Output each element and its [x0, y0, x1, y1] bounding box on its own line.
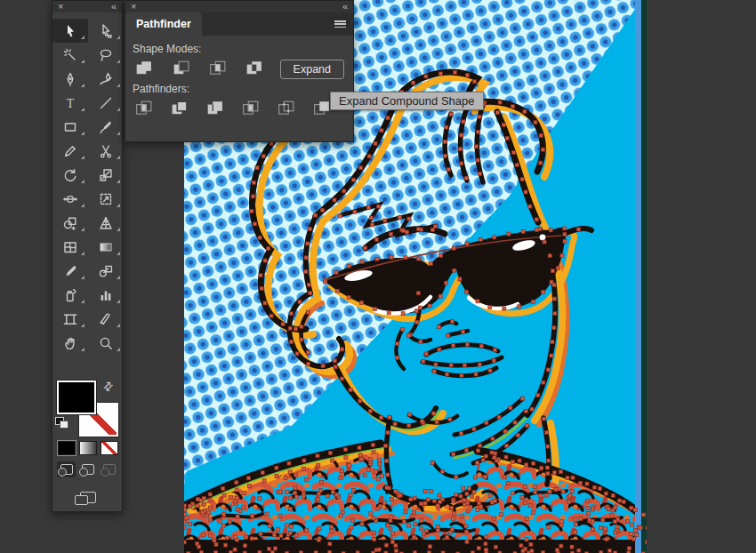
- swap-fill-stroke-icon[interactable]: ⇄: [100, 378, 116, 394]
- free-transform-tool[interactable]: [88, 187, 124, 211]
- default-fill-stroke-icon[interactable]: [55, 417, 68, 429]
- pathfinder-trim-button[interactable]: [168, 100, 189, 119]
- direct-selection-tool[interactable]: [88, 19, 124, 43]
- eyedropper-tool[interactable]: [52, 259, 88, 283]
- unite-icon: [135, 60, 152, 79]
- draw-behind-button[interactable]: [78, 461, 97, 477]
- shape-mode-exclude-button[interactable]: [243, 60, 265, 79]
- column-graph-tool[interactable]: [88, 283, 124, 307]
- curvature-tool-icon: [98, 71, 114, 87]
- pathfinder-body: Shape Modes: Expand Pathfinders:: [125, 36, 353, 119]
- rectangle-tool-icon: [62, 119, 78, 135]
- tools-panel-header: × «: [52, 1, 122, 12]
- symbol-sprayer-tool-icon: [62, 287, 78, 303]
- magic-wand-tool-icon: [62, 47, 78, 63]
- width-tool[interactable]: [52, 187, 88, 211]
- artboard-tool-icon: [62, 311, 78, 327]
- pathfinder-panel: × « Pathfinder Shape Modes: Expand Pathf…: [125, 0, 354, 142]
- svg-text:T: T: [67, 97, 75, 110]
- tooltip-text: Expand Compound Shape: [339, 94, 475, 108]
- shape-builder-tool[interactable]: [52, 211, 88, 235]
- gradient-tool-icon: [98, 239, 114, 255]
- free-transform-tool-icon: [98, 191, 114, 207]
- symbol-sprayer-tool[interactable]: [52, 283, 88, 307]
- gradient-mode-button[interactable]: [79, 441, 97, 455]
- paint-mode-row: [52, 441, 124, 455]
- rectangle-tool[interactable]: [52, 115, 88, 139]
- pathfinder-merge-button[interactable]: [204, 100, 225, 119]
- zoom-tool[interactable]: [88, 331, 124, 355]
- pen-tool-icon: [62, 71, 78, 87]
- width-tool-icon: [62, 191, 78, 207]
- pathfinder-outline-button[interactable]: [275, 100, 296, 119]
- expand-button[interactable]: Expand: [280, 60, 344, 79]
- pathfinder-panel-header: × «: [125, 1, 353, 12]
- fill-color-swatch[interactable]: [57, 381, 96, 414]
- tab-pathfinder[interactable]: Pathfinder: [125, 12, 202, 36]
- line-segment-tool-icon: [98, 95, 114, 111]
- pathfinder-tab-label: Pathfinder: [136, 18, 191, 30]
- hand-tool[interactable]: [52, 331, 88, 355]
- scissors-tool-icon: [98, 143, 114, 159]
- slice-tool-icon: [98, 311, 114, 327]
- color-mode-button[interactable]: [58, 441, 76, 455]
- shape-mode-minus-front-button[interactable]: [169, 60, 191, 79]
- crop-icon: [242, 100, 259, 119]
- merge-icon: [206, 100, 223, 119]
- gradient-tool[interactable]: [88, 235, 124, 259]
- line-segment-tool[interactable]: [88, 91, 124, 115]
- panel-menu-icon[interactable]: [334, 20, 346, 28]
- direct-selection-tool-icon: [98, 23, 114, 39]
- pathfinder-crop-button[interactable]: [239, 100, 261, 119]
- drawing-mode-row: [52, 461, 124, 477]
- type-tool-icon: T: [62, 95, 78, 111]
- scale-tool[interactable]: [88, 163, 124, 187]
- shape-mode-unite-button[interactable]: [133, 60, 155, 79]
- none-mode-button[interactable]: [101, 441, 118, 455]
- default-stroke-square: [60, 421, 68, 429]
- pathfinders-label: Pathfinders:: [133, 83, 346, 95]
- artboard-tool[interactable]: [52, 307, 88, 331]
- selection-tool[interactable]: [52, 19, 88, 43]
- pathfinder-minus-back-button[interactable]: [310, 100, 332, 119]
- shape-modes-label: Shape Modes:: [133, 43, 346, 55]
- pen-tool[interactable]: [52, 67, 88, 91]
- mesh-tool[interactable]: [52, 235, 88, 259]
- lasso-tool-icon: [98, 47, 114, 63]
- tools-panel: × « T ⇄: [52, 0, 123, 512]
- perspective-grid-tool[interactable]: [88, 211, 124, 235]
- collapse-icon[interactable]: «: [111, 2, 117, 12]
- magic-wand-tool[interactable]: [52, 43, 88, 67]
- eyedropper-tool-icon: [62, 263, 78, 279]
- selection-tool-icon: [62, 23, 78, 39]
- pathfinder-divide-button[interactable]: [133, 100, 154, 119]
- rotate-tool[interactable]: [52, 163, 88, 187]
- scissors-tool[interactable]: [88, 139, 124, 163]
- close-icon[interactable]: ×: [131, 2, 136, 12]
- paintbrush-tool-icon: [98, 119, 114, 135]
- scale-tool-icon: [98, 167, 114, 183]
- shaper-tool[interactable]: [52, 139, 88, 163]
- draw-normal-button[interactable]: [57, 461, 76, 477]
- shape-mode-intersect-button[interactable]: [206, 60, 229, 79]
- lasso-tool[interactable]: [88, 43, 124, 67]
- paintbrush-tool[interactable]: [88, 115, 124, 139]
- rotate-tool-icon: [62, 167, 78, 183]
- blend-tool[interactable]: [88, 259, 124, 283]
- curvature-tool[interactable]: [88, 67, 124, 91]
- hand-tool-icon: [62, 335, 78, 351]
- close-icon[interactable]: ×: [58, 2, 63, 12]
- minus-front-icon: [173, 60, 189, 79]
- screen-mode-button[interactable]: [73, 485, 103, 509]
- collapse-icon[interactable]: «: [342, 2, 348, 12]
- intersect-icon: [209, 60, 226, 79]
- pathfinder-tab-row: Pathfinder: [125, 12, 353, 36]
- shape-modes-row: Expand: [133, 60, 346, 79]
- fill-stroke-cluster: ⇄: [52, 378, 124, 445]
- perspective-grid-tool-icon: [98, 215, 114, 231]
- outline-icon: [277, 100, 294, 119]
- draw-inside-button[interactable]: [100, 461, 118, 477]
- slice-tool[interactable]: [88, 307, 124, 331]
- exclude-icon: [245, 60, 262, 79]
- type-tool[interactable]: T: [52, 91, 88, 115]
